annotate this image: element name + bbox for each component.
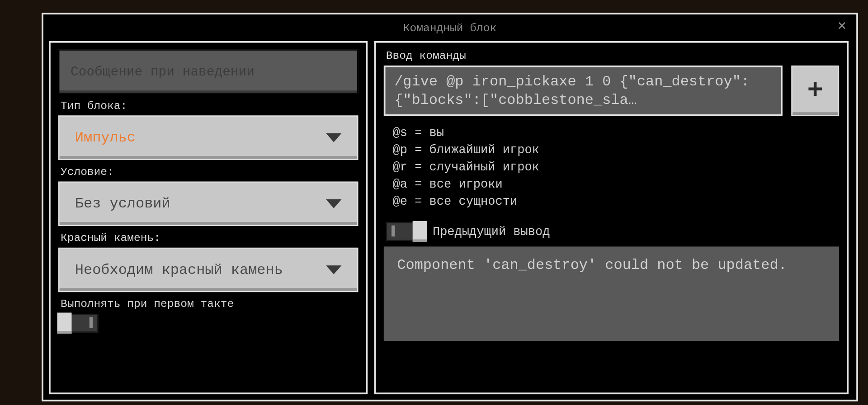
toggle-knob	[413, 221, 427, 242]
chevron-down-icon	[326, 265, 341, 274]
redstone-value: Необходим красный камень	[75, 262, 283, 278]
first-tick-toggle[interactable]	[58, 314, 98, 333]
block-type-value: Импульс	[75, 129, 136, 146]
titlebar: Командный блок ✕	[43, 14, 856, 41]
condition-dropdown[interactable]: Без условий	[58, 182, 358, 226]
condition-label: Условие:	[61, 165, 358, 178]
hint-line: @a = все игроки	[392, 178, 839, 192]
previous-output-label: Предыдущий вывод	[433, 225, 550, 239]
plus-icon: +	[807, 76, 823, 106]
block-type-label: Тип блока:	[61, 99, 358, 112]
hover-text-placeholder: Сообщение при наведении	[71, 64, 255, 79]
toggle-indicator	[392, 226, 395, 237]
add-button[interactable]: +	[791, 66, 839, 116]
window-title: Командный блок	[403, 21, 496, 34]
hint-line: @p = ближайший игрок	[392, 143, 839, 157]
toggle-indicator	[90, 317, 93, 328]
command-block-window: Командный блок ✕ Сообщение при наведении…	[42, 13, 858, 401]
hint-line: @r = случайный игрок	[392, 160, 839, 174]
selector-hints: @s = вы @p = ближайший игрок @r = случай…	[392, 126, 839, 209]
first-tick-label: Выполнять при первом такте	[61, 297, 358, 310]
hint-line: @s = вы	[392, 126, 839, 140]
block-type-dropdown[interactable]: Импульс	[58, 116, 358, 160]
output-text: Component 'can_destroy' could not be upd…	[397, 257, 787, 273]
command-text: /give @p iron_pickaxe 1 0 {"can_destroy"…	[394, 73, 772, 109]
chevron-down-icon	[326, 199, 341, 208]
chevron-down-icon	[326, 133, 341, 142]
hover-text-input[interactable]: Сообщение при наведении	[58, 49, 358, 94]
settings-panel: Сообщение при наведении Тип блока: Импул…	[49, 41, 368, 394]
redstone-label: Красный камень:	[61, 231, 358, 244]
close-icon[interactable]: ✕	[834, 19, 849, 34]
toggle-knob	[57, 313, 72, 334]
command-input[interactable]: /give @p iron_pickaxe 1 0 {"can_destroy"…	[384, 66, 783, 116]
redstone-dropdown[interactable]: Необходим красный камень	[58, 248, 358, 292]
hint-line: @e = все сущности	[392, 195, 839, 209]
previous-output-toggle[interactable]	[386, 222, 426, 241]
previous-output-box: Component 'can_destroy' could not be upd…	[384, 246, 839, 341]
command-panel: Ввод команды /give @p iron_pickaxe 1 0 {…	[374, 41, 849, 394]
command-input-label: Ввод команды	[386, 49, 839, 62]
condition-value: Без условий	[75, 195, 170, 212]
